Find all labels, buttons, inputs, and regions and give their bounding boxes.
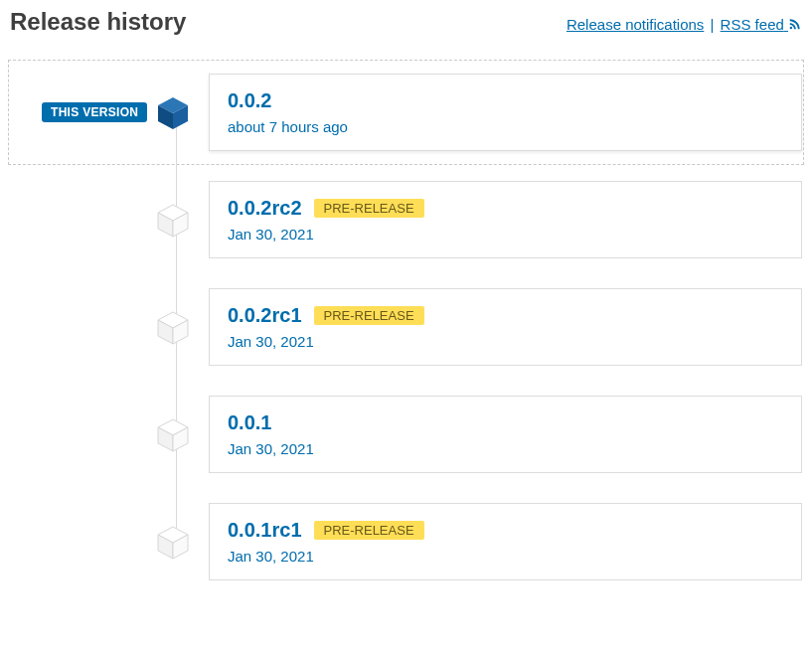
release-row[interactable]: THIS VERSION 0.0.2 about 7 hours ago xyxy=(10,74,802,151)
release-date: Jan 30, 2021 xyxy=(228,440,783,457)
release-version: 0.0.1rc1 xyxy=(228,519,302,542)
rss-icon xyxy=(788,17,802,34)
release-gutter: THIS VERSION xyxy=(10,74,209,151)
release-timeline: THIS VERSION 0.0.2 about 7 hours ago 0.0… xyxy=(10,74,802,580)
svg-point-0 xyxy=(790,27,793,30)
release-date: about 7 hours ago xyxy=(228,118,783,135)
package-cube-icon xyxy=(155,309,191,345)
release-date: Jan 30, 2021 xyxy=(228,548,783,565)
header-links: Release notifications | RSS feed xyxy=(567,16,802,34)
release-date: Jan 30, 2021 xyxy=(228,333,783,350)
link-separator: | xyxy=(711,16,715,33)
release-row[interactable]: 0.0.2rc2 PRE-RELEASE Jan 30, 2021 xyxy=(10,181,802,258)
release-row[interactable]: 0.0.2rc1 PRE-RELEASE Jan 30, 2021 xyxy=(10,288,802,366)
release-card[interactable]: 0.0.2 about 7 hours ago xyxy=(209,74,802,151)
prerelease-badge: PRE-RELEASE xyxy=(314,521,424,540)
release-gutter xyxy=(10,503,209,580)
rss-feed-link[interactable]: RSS feed xyxy=(721,16,802,33)
release-card[interactable]: 0.0.2rc2 PRE-RELEASE Jan 30, 2021 xyxy=(209,181,802,258)
prerelease-badge: PRE-RELEASE xyxy=(314,306,424,325)
release-version: 0.0.1 xyxy=(228,411,271,434)
release-gutter xyxy=(10,288,209,366)
current-version-badge: THIS VERSION xyxy=(42,102,147,122)
package-cube-icon xyxy=(155,202,191,238)
page-title: Release history xyxy=(10,8,186,36)
release-date: Jan 30, 2021 xyxy=(228,226,783,243)
package-cube-icon xyxy=(155,524,191,560)
package-cube-icon xyxy=(155,416,191,452)
release-gutter xyxy=(10,181,209,258)
release-row[interactable]: 0.0.1 Jan 30, 2021 xyxy=(10,396,802,473)
release-version: 0.0.2 xyxy=(228,89,271,112)
release-version: 0.0.2rc2 xyxy=(228,197,302,220)
release-gutter xyxy=(10,396,209,473)
package-cube-icon xyxy=(155,94,191,130)
release-card[interactable]: 0.0.1rc1 PRE-RELEASE Jan 30, 2021 xyxy=(209,503,802,580)
release-version: 0.0.2rc1 xyxy=(228,304,302,327)
release-notifications-link[interactable]: Release notifications xyxy=(567,16,704,33)
prerelease-badge: PRE-RELEASE xyxy=(314,199,424,218)
release-card[interactable]: 0.0.2rc1 PRE-RELEASE Jan 30, 2021 xyxy=(209,288,802,366)
release-card[interactable]: 0.0.1 Jan 30, 2021 xyxy=(209,396,802,473)
release-row[interactable]: 0.0.1rc1 PRE-RELEASE Jan 30, 2021 xyxy=(10,503,802,580)
